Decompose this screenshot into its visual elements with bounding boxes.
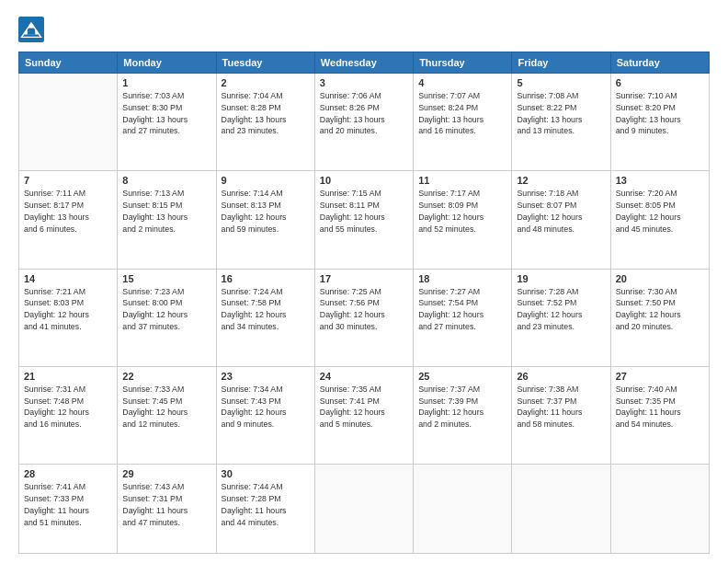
day-info: Sunrise: 7:28 AM Sunset: 7:52 PM Dayligh… bbox=[517, 286, 605, 333]
day-cell: 30Sunrise: 7:44 AM Sunset: 7:28 PM Dayli… bbox=[216, 465, 314, 554]
day-number: 18 bbox=[418, 273, 506, 284]
day-cell: 27Sunrise: 7:40 AM Sunset: 7:35 PM Dayli… bbox=[610, 366, 709, 464]
logo bbox=[18, 17, 48, 42]
day-cell: 20Sunrise: 7:30 AM Sunset: 7:50 PM Dayli… bbox=[610, 269, 709, 366]
day-cell: 4Sunrise: 7:07 AM Sunset: 8:24 PM Daylig… bbox=[414, 74, 512, 171]
day-info: Sunrise: 7:20 AM Sunset: 8:05 PM Dayligh… bbox=[616, 188, 704, 235]
day-number: 10 bbox=[320, 175, 408, 186]
day-number: 16 bbox=[222, 273, 310, 284]
week-row-3: 14Sunrise: 7:21 AM Sunset: 8:03 PM Dayli… bbox=[19, 269, 710, 366]
day-info: Sunrise: 7:27 AM Sunset: 7:54 PM Dayligh… bbox=[418, 286, 506, 333]
day-number: 25 bbox=[418, 371, 506, 382]
weekday-header-saturday: Saturday bbox=[610, 52, 709, 74]
day-cell: 15Sunrise: 7:23 AM Sunset: 8:00 PM Dayli… bbox=[118, 269, 216, 366]
day-info: Sunrise: 7:25 AM Sunset: 7:56 PM Dayligh… bbox=[320, 286, 408, 333]
day-number: 22 bbox=[122, 371, 210, 382]
day-cell bbox=[314, 465, 413, 554]
week-row-5: 28Sunrise: 7:41 AM Sunset: 7:33 PM Dayli… bbox=[19, 465, 710, 554]
day-cell: 28Sunrise: 7:41 AM Sunset: 7:33 PM Dayli… bbox=[19, 465, 118, 554]
day-number: 15 bbox=[122, 273, 210, 284]
day-info: Sunrise: 7:10 AM Sunset: 8:20 PM Dayligh… bbox=[616, 90, 704, 137]
day-cell: 12Sunrise: 7:18 AM Sunset: 8:07 PM Dayli… bbox=[512, 171, 610, 269]
day-number: 19 bbox=[517, 273, 605, 284]
day-number: 6 bbox=[616, 77, 704, 88]
day-cell: 16Sunrise: 7:24 AM Sunset: 7:58 PM Dayli… bbox=[216, 269, 314, 366]
day-info: Sunrise: 7:04 AM Sunset: 8:28 PM Dayligh… bbox=[222, 90, 310, 137]
day-cell: 18Sunrise: 7:27 AM Sunset: 7:54 PM Dayli… bbox=[414, 269, 512, 366]
day-cell: 11Sunrise: 7:17 AM Sunset: 8:09 PM Dayli… bbox=[414, 171, 512, 269]
day-info: Sunrise: 7:24 AM Sunset: 7:58 PM Dayligh… bbox=[222, 286, 310, 333]
day-cell: 2Sunrise: 7:04 AM Sunset: 8:28 PM Daylig… bbox=[216, 74, 314, 171]
day-info: Sunrise: 7:38 AM Sunset: 7:37 PM Dayligh… bbox=[517, 384, 605, 431]
day-number: 1 bbox=[122, 77, 210, 88]
day-cell: 29Sunrise: 7:43 AM Sunset: 7:31 PM Dayli… bbox=[118, 465, 216, 554]
day-info: Sunrise: 7:31 AM Sunset: 7:48 PM Dayligh… bbox=[24, 384, 112, 431]
day-cell: 17Sunrise: 7:25 AM Sunset: 7:56 PM Dayli… bbox=[314, 269, 413, 366]
day-info: Sunrise: 7:14 AM Sunset: 8:13 PM Dayligh… bbox=[222, 188, 310, 235]
day-info: Sunrise: 7:23 AM Sunset: 8:00 PM Dayligh… bbox=[122, 286, 210, 333]
day-number: 17 bbox=[320, 273, 408, 284]
day-info: Sunrise: 7:15 AM Sunset: 8:11 PM Dayligh… bbox=[320, 188, 408, 235]
weekday-header-tuesday: Tuesday bbox=[216, 52, 314, 74]
header bbox=[18, 17, 710, 42]
day-number: 12 bbox=[517, 175, 605, 186]
weekday-header-thursday: Thursday bbox=[414, 52, 512, 74]
day-number: 13 bbox=[616, 175, 704, 186]
week-row-2: 7Sunrise: 7:11 AM Sunset: 8:17 PM Daylig… bbox=[19, 171, 710, 269]
header-row: SundayMondayTuesdayWednesdayThursdayFrid… bbox=[19, 52, 710, 74]
day-number: 28 bbox=[24, 468, 112, 479]
day-cell: 9Sunrise: 7:14 AM Sunset: 8:13 PM Daylig… bbox=[216, 171, 314, 269]
day-number: 29 bbox=[122, 468, 210, 479]
day-number: 20 bbox=[616, 273, 704, 284]
day-number: 4 bbox=[418, 77, 506, 88]
day-cell: 21Sunrise: 7:31 AM Sunset: 7:48 PM Dayli… bbox=[19, 366, 118, 464]
day-info: Sunrise: 7:21 AM Sunset: 8:03 PM Dayligh… bbox=[24, 286, 112, 333]
day-number: 24 bbox=[320, 371, 408, 382]
day-cell: 7Sunrise: 7:11 AM Sunset: 8:17 PM Daylig… bbox=[19, 171, 118, 269]
day-cell bbox=[19, 74, 118, 171]
day-cell: 3Sunrise: 7:06 AM Sunset: 8:26 PM Daylig… bbox=[314, 74, 413, 171]
day-number: 26 bbox=[517, 371, 605, 382]
week-row-4: 21Sunrise: 7:31 AM Sunset: 7:48 PM Dayli… bbox=[19, 366, 710, 464]
day-number: 8 bbox=[122, 175, 210, 186]
day-number: 27 bbox=[616, 371, 704, 382]
day-number: 5 bbox=[517, 77, 605, 88]
day-info: Sunrise: 7:40 AM Sunset: 7:35 PM Dayligh… bbox=[616, 384, 704, 431]
day-number: 23 bbox=[222, 371, 310, 382]
day-cell: 13Sunrise: 7:20 AM Sunset: 8:05 PM Dayli… bbox=[610, 171, 709, 269]
day-number: 30 bbox=[222, 468, 310, 479]
day-cell: 6Sunrise: 7:10 AM Sunset: 8:20 PM Daylig… bbox=[610, 74, 709, 171]
day-cell: 25Sunrise: 7:37 AM Sunset: 7:39 PM Dayli… bbox=[414, 366, 512, 464]
day-cell: 10Sunrise: 7:15 AM Sunset: 8:11 PM Dayli… bbox=[314, 171, 413, 269]
day-cell: 8Sunrise: 7:13 AM Sunset: 8:15 PM Daylig… bbox=[118, 171, 216, 269]
day-info: Sunrise: 7:37 AM Sunset: 7:39 PM Dayligh… bbox=[418, 384, 506, 431]
day-info: Sunrise: 7:43 AM Sunset: 7:31 PM Dayligh… bbox=[122, 481, 210, 528]
week-row-1: 1Sunrise: 7:03 AM Sunset: 8:30 PM Daylig… bbox=[19, 74, 710, 171]
svg-rect-2 bbox=[28, 29, 35, 35]
weekday-header-wednesday: Wednesday bbox=[314, 52, 413, 74]
day-info: Sunrise: 7:18 AM Sunset: 8:07 PM Dayligh… bbox=[517, 188, 605, 235]
day-number: 14 bbox=[24, 273, 112, 284]
day-info: Sunrise: 7:03 AM Sunset: 8:30 PM Dayligh… bbox=[122, 90, 210, 137]
day-info: Sunrise: 7:33 AM Sunset: 7:45 PM Dayligh… bbox=[122, 384, 210, 431]
day-info: Sunrise: 7:30 AM Sunset: 7:50 PM Dayligh… bbox=[616, 286, 704, 333]
day-info: Sunrise: 7:17 AM Sunset: 8:09 PM Dayligh… bbox=[418, 188, 506, 235]
day-cell: 1Sunrise: 7:03 AM Sunset: 8:30 PM Daylig… bbox=[118, 74, 216, 171]
day-number: 21 bbox=[24, 371, 112, 382]
day-cell bbox=[610, 465, 709, 554]
logo-icon bbox=[18, 17, 44, 42]
day-number: 7 bbox=[24, 175, 112, 186]
day-number: 3 bbox=[320, 77, 408, 88]
day-cell: 22Sunrise: 7:33 AM Sunset: 7:45 PM Dayli… bbox=[118, 366, 216, 464]
day-info: Sunrise: 7:11 AM Sunset: 8:17 PM Dayligh… bbox=[24, 188, 112, 235]
page: SundayMondayTuesdayWednesdayThursdayFrid… bbox=[0, 0, 728, 563]
day-info: Sunrise: 7:08 AM Sunset: 8:22 PM Dayligh… bbox=[517, 90, 605, 137]
day-cell bbox=[414, 465, 512, 554]
day-number: 9 bbox=[222, 175, 310, 186]
day-info: Sunrise: 7:35 AM Sunset: 7:41 PM Dayligh… bbox=[320, 384, 408, 431]
day-cell: 23Sunrise: 7:34 AM Sunset: 7:43 PM Dayli… bbox=[216, 366, 314, 464]
weekday-header-monday: Monday bbox=[118, 52, 216, 74]
day-info: Sunrise: 7:34 AM Sunset: 7:43 PM Dayligh… bbox=[222, 384, 310, 431]
weekday-header-friday: Friday bbox=[512, 52, 610, 74]
day-cell bbox=[512, 465, 610, 554]
